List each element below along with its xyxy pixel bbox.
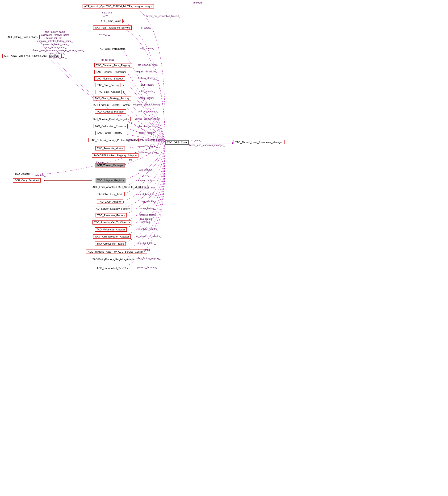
node-label: TAO:ORBInitializer_Registry_Adapter [94, 154, 137, 157]
label-parser-registry: parser_registry_ [139, 132, 156, 134]
label-stub-factory: stub_factory_ [141, 83, 155, 86]
node-label: TAO_Client_Strategy_Factory [95, 97, 129, 100]
node-label: TAO_Endpoint_Selector_Factory [93, 104, 130, 106]
node-tao-server-strategy[interactable]: TAO_Server_Strategy_Factory [93, 207, 131, 211]
label-thr-mgr: thr_mgr_ [96, 161, 106, 164]
node-tao-objectkey-table[interactable]: TAO:ObjectKey_Table [96, 192, 125, 196]
label-resource-factory: resource_factory_ [139, 214, 158, 216]
node-tao-cleanup-func[interactable]: TAO_Cleanup_Func_Registry [94, 63, 132, 67]
node-tao-client-strategy[interactable]: TAO_Client_Strategy_Factory [93, 96, 131, 100]
label-collocation-resolver-name: collocation_resolver_name_ [41, 34, 71, 36]
label-ior-interceptor-adapter: ior_interceptor_adapter_ [136, 235, 161, 237]
label-protocols-hooks-name: protocols_hooks_name_ [43, 43, 69, 46]
label-valuetype-adapter: valuetype_adapter_ [138, 228, 158, 231]
label-collocation-resolver: collocation_resolver_ [137, 125, 159, 128]
node-thread-lane[interactable]: TAO_Thread_Lane_Resources_Manager [234, 140, 285, 144]
node-ace-thread-manager[interactable]: ACE_Thread_Manager [95, 163, 125, 168]
node-label: TAO_Flushing_Strategy [96, 77, 124, 80]
label-service-context-registry: service_context_registry_ [135, 117, 162, 120]
node-ace-string-base[interactable]: ACE_String_Base< char > [6, 35, 40, 39]
node-tao-orb-parameters[interactable]: TAO_ORB_Parameters [97, 47, 127, 51]
label-root-poa: root_poa_ [141, 221, 151, 223]
label-endpoint-selector-factory-name: endpoint_selector_factory_name_ [37, 40, 73, 43]
label-poa-adapter: poa_adapter_ [139, 168, 153, 171]
node-label: ACE_Time_Value [101, 20, 121, 22]
node-tao-collocation-resolver[interactable]: TAO_Collocation_Resolver [93, 124, 128, 128]
node-tao-parser-registry[interactable]: TAO_Parser_Registry [95, 131, 124, 135]
node-label: TAO_Valuetype_Adapter [96, 228, 125, 231]
node-label: ACE_Atomic_Op< TAO_SYNCH_MUTEX, unsigned… [84, 5, 152, 8]
label-pref-network: pref_network_ [50, 52, 65, 54]
node-label: TAO_Thread_Lane_Resources_Manager [235, 141, 283, 144]
label-codeset-manager: codeset_manager_ [138, 110, 158, 112]
node-tao-adapter[interactable]: TAO_Adapter [13, 172, 32, 176]
label-tm: tm_ [129, 159, 133, 161]
label-object-ref-table: object_ref_table_ [138, 242, 156, 245]
node-label: TAO_Server_Strategy_Factory [94, 207, 130, 210]
node-label: TAO_Adapter_Registry [97, 179, 124, 182]
label-client-factory: client_factory_ [140, 97, 155, 99]
node-tao-resource-factory[interactable]: TAO_Resource_Factory [96, 213, 127, 217]
node-label: TAO_Stub_Factory [97, 84, 119, 87]
node-label: TAO_Request_Dispatcher [96, 71, 126, 73]
label-protocol-factories: protocol_factories_ [137, 266, 157, 269]
node-label: TAO:PolicyFactory_Registry_Adapter [93, 258, 135, 261]
label-cdata-block-lock: cdata_block_lock_ [137, 186, 156, 189]
label-adapter-registry: adapter_registry_ [138, 179, 156, 182]
node-tao-flushing-strategy[interactable]: TAO_Flushing_Strategy [94, 77, 125, 81]
svg-marker-11 [123, 84, 124, 87]
node-tao-adapter-registry[interactable]: TAO_Adapter_Registry [96, 178, 126, 183]
node-tao-service-context[interactable]: TAO_Service_Context_Registry [91, 117, 131, 121]
node-tao-ior-interceptor[interactable]: TAO_IORInterceptor_Adapter [93, 234, 131, 239]
node-label: TAO_Object_Ref_Table [97, 242, 124, 245]
node-label: TAO_Parser_Registry [97, 131, 122, 134]
label-orbinitializer-registry: orbinitializer_registry_ [136, 151, 159, 154]
node-ace-unbounded-set[interactable]: ACE_Unbounded_Set< T > [95, 266, 130, 270]
node-label: TAO_IORInterceptor_Adapter [95, 235, 129, 238]
label-bidir-adapter: bidir_adapter_ [140, 90, 155, 93]
label-zero: _zero [103, 14, 109, 17]
label-thread-per-conn-timeout: thread_per_connection_timeout_ [146, 15, 180, 17]
node-tao-orb-core[interactable]: TAO_ORB_Core [165, 140, 189, 145]
node-tao-request-dispatcher[interactable]: TAO_Request_Dispatcher [94, 70, 128, 74]
label-network-priority-hooks: network_priority_protocols_hooks_ [128, 139, 164, 141]
node-label: TAO_Codeset_Manager [96, 110, 124, 113]
label-orb-params: orb_params_ [140, 47, 154, 49]
label-config: config_ [144, 248, 151, 251]
node-label: TAO_ZIOP_Adapter [98, 200, 122, 203]
node-label: ACE_Unbounded_Set< T > [97, 267, 128, 270]
node-tao-ziop-adapter[interactable]: TAO_ZIOP_Adapter [97, 200, 123, 204]
svg-marker-3 [123, 20, 124, 22]
node-tao-bidir-adapter[interactable]: TAO_BiDir_Adapter [96, 90, 122, 94]
svg-marker-25 [44, 180, 45, 182]
node-ace-atomic-op[interactable]: ACE_Atomic_Op< TAO_SYNCH_MUTEX, unsigned… [82, 4, 154, 9]
diagram-container: TAO_ORB_Core TAO_Thread_Lane_Resources_M… [0, 0, 448, 496]
node-tao-codeset-manager[interactable]: TAO_Codeset_Manager [95, 109, 126, 114]
label-refcount: refcount_ [193, 1, 203, 4]
node-tao-object-ref-table[interactable]: TAO_Object_Ref_Table [95, 242, 126, 246]
node-ace-time-value[interactable]: ACE_Time_Value [99, 19, 123, 23]
node-tao-orbinit-registry[interactable]: TAO:ORBInitializer_Registry_Adapter [92, 153, 139, 157]
node-label: ACE_String_Base< char > [8, 36, 38, 38]
node-label: TAO_Resource_Factory [97, 214, 125, 217]
label-request-dispatcher: request_dispatcher_ [136, 70, 158, 73]
node-tao-stub-factory[interactable]: TAO_Stub_Factory [96, 83, 121, 87]
node-tao-endpoint-selector[interactable]: TAO_Endpoint_Selector_Factory [91, 103, 132, 107]
node-ace-intrusive-auto-ptr[interactable]: ACE_Intrusive_Auto_Ptr< ACE_Service_Gest… [86, 249, 147, 254]
label-endpoint-selector-factory: endpoint_selector_factory_ [133, 103, 162, 106]
node-tao-fault-tolerance[interactable]: TAO_Fault_Tolerance_Service [93, 26, 132, 30]
node-tao-pseudo-var[interactable]: TAO_Pseudo_Var_T< Object > [93, 220, 131, 225]
node-ace-copy-disabled[interactable]: ACE_Copy_Disabled [13, 178, 41, 183]
label-poa-factory-name: poa_factory_name_ [46, 46, 66, 48]
node-label: TAO_Fault_Tolerance_Service [95, 26, 130, 29]
node-label: TAO_Service_Context_Registry [93, 118, 129, 121]
label-init-ref-map: init_ref_map_ [101, 59, 115, 61]
node-tao-policyfactory-registry[interactable]: TAO:PolicyFactory_Registry_Adapter [91, 257, 137, 261]
node-tao-valuetype-adapter[interactable]: TAO_Valuetype_Adapter [95, 227, 127, 232]
label-protocols-hooks: protocols_hooks_ [139, 145, 158, 148]
node-tao-protocols-hooks[interactable]: TAO_Protocols_Hooks [95, 146, 125, 151]
label-ft-service: ft_service_ [141, 26, 152, 29]
label-max-time: max_time [102, 11, 112, 14]
label-flushing-strategy: flushing_strategy_ [138, 77, 157, 79]
edges-svg [0, 0, 448, 496]
